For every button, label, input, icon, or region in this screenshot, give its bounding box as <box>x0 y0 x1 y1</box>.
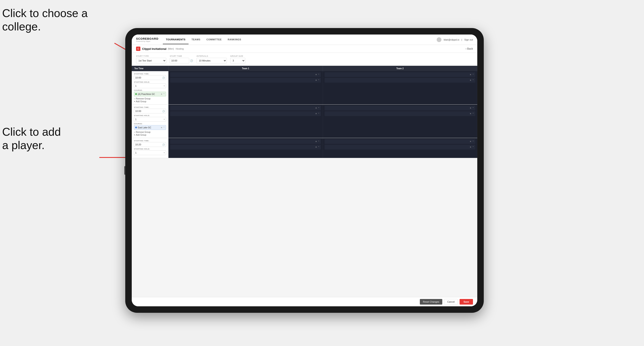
player-slot-chevron[interactable]: ⌃ <box>472 107 474 109</box>
save-button[interactable]: Save <box>460 299 473 305</box>
starting-time-input-1[interactable]: 10:00 🕑 <box>134 75 166 80</box>
sub-header: C Clippd Invitational (Men) Hosting ‹ Ba… <box>132 45 477 53</box>
player-slot-x[interactable]: ✕ <box>315 113 317 115</box>
player-slot-x[interactable]: ✕ <box>470 74 472 76</box>
nav-separator: | <box>462 38 462 41</box>
player-slot-actions: ✕ ⌃ <box>470 107 474 109</box>
table-scroll[interactable]: STARTING TIME: 10:00 🕑 STARTING HOLE: 1 … <box>132 71 477 297</box>
player-slot[interactable]: ✕ ⌃ <box>324 111 475 116</box>
player-slot[interactable]: ✕ ⌃ <box>324 145 475 150</box>
col-team1: Team 1 <box>168 66 323 71</box>
tournament-badge: (Men) <box>168 47 174 50</box>
player-slot[interactable]: ✕ ⌃ <box>324 78 475 83</box>
player-slot-x[interactable]: ✕ <box>315 74 317 76</box>
player-slot[interactable]: ✕ ⌃ <box>170 139 321 144</box>
player-slot-chevron[interactable]: ⌃ <box>318 74 320 76</box>
nav-link-committee[interactable]: COMMITTEE <box>204 35 225 44</box>
course-tag-1[interactable]: (A) Peachtree GC ✕ ⌃ <box>134 92 166 96</box>
add-group-link-2[interactable]: + Add Group <box>134 134 166 136</box>
player-slot[interactable]: ✕ ⌃ <box>170 111 321 116</box>
back-button[interactable]: ‹ Back <box>466 47 473 50</box>
course-remove-2[interactable]: ✕ ⌃ <box>161 126 165 129</box>
start-time-input[interactable] <box>170 58 189 63</box>
player-slot-x[interactable]: ✕ <box>470 113 472 115</box>
sign-out-link[interactable]: Sign out <box>464 38 473 41</box>
course-value-2: East Lake GC <box>138 126 151 129</box>
player-slot-chevron[interactable]: ⌃ <box>318 107 320 109</box>
player-slot-chevron[interactable]: ⌃ <box>472 141 474 143</box>
player-slot-x[interactable]: ✕ <box>470 107 472 109</box>
player-slot-x[interactable]: ✕ <box>315 107 317 109</box>
annotation-add-player: Click to add a player. <box>2 125 61 152</box>
player-slot[interactable]: ✕ ⌃ <box>324 139 475 144</box>
player-slot-chevron[interactable]: ⌃ <box>318 141 320 143</box>
intervals-select[interactable]: 10 Minutes <box>196 58 227 63</box>
sub-header-logo: C <box>136 47 140 51</box>
player-slot-x[interactable]: ✕ <box>315 79 317 81</box>
player-slot-chevron[interactable]: ⌃ <box>472 113 474 115</box>
starting-hole-select-1[interactable]: 1 ▾ <box>134 83 166 88</box>
clock-icon: 🕑 <box>190 59 193 62</box>
group-size-group: Group Size 3 <box>230 55 245 63</box>
starting-hole-select-3[interactable]: 1 ▾ <box>134 150 166 155</box>
player-slot[interactable]: ✕ ⌃ <box>324 72 475 77</box>
player-slot-x[interactable]: ✕ <box>470 146 472 148</box>
player-slot[interactable]: ✕ ⌃ <box>170 72 321 77</box>
start-time-label: Start Time <box>170 55 193 57</box>
course-dot-2 <box>135 127 137 128</box>
intervals-label: Intervals <box>196 55 227 57</box>
player-slot-actions: ✕ ⌃ <box>470 113 474 115</box>
group-size-select[interactable]: 3 <box>230 58 245 63</box>
player-slot-chevron[interactable]: ⌃ <box>472 74 474 76</box>
course-remove-1[interactable]: ✕ ⌃ <box>161 93 165 95</box>
cancel-button[interactable]: Cancel <box>444 299 458 305</box>
player-slot[interactable]: ✕ ⌃ <box>170 78 321 83</box>
remove-group-link-2[interactable]: ○ Remove Group <box>134 131 166 133</box>
player-slot-chevron[interactable]: ⌃ <box>472 79 474 81</box>
player-slot-actions: ✕ ⌃ <box>315 113 320 115</box>
player-slot-chevron[interactable]: ⌃ <box>318 113 320 115</box>
start-type-select[interactable]: 1st Tee Start <box>136 58 166 63</box>
hosting-badge: Hosting <box>176 47 184 50</box>
intervals-group: Intervals 10 Minutes <box>196 55 227 63</box>
nav-link-teams[interactable]: TEAMS <box>188 35 204 44</box>
player-slot-actions: ✕ ⌃ <box>470 74 474 76</box>
group-size-label: Group Size <box>230 55 245 57</box>
player-slot-chevron[interactable]: ⌃ <box>318 146 320 148</box>
tournament-title: Clippd Invitational <box>142 47 166 50</box>
team2-cell-1: ✕ ⌃ ✕ ⌃ <box>323 71 477 104</box>
starting-hole-label-3: STARTING HOLE: <box>134 148 166 150</box>
table-row: STARTING TIME: 10:00 🕑 STARTING HOLE: 1 … <box>132 105 477 138</box>
course-tag-2[interactable]: East Lake GC ✕ ⌃ <box>134 125 166 130</box>
starting-hole-label-2: STARTING HOLE: <box>134 115 166 117</box>
player-slot[interactable]: ✕ ⌃ <box>170 106 321 110</box>
start-time-group: Start Time 🕑 <box>170 55 193 63</box>
nav-link-rankings[interactable]: RANKINGS <box>224 35 244 44</box>
starting-time-input-3[interactable]: 10:20 🕑 <box>134 142 166 147</box>
starting-time-label-1: STARTING TIME: <box>134 73 166 75</box>
clock-icon-2: 🕑 <box>162 110 165 112</box>
player-slot-chevron[interactable]: ⌃ <box>318 79 320 81</box>
player-slot-actions: ✕ ⌃ <box>315 107 320 109</box>
row-1-left: STARTING TIME: 10:00 🕑 STARTING HOLE: 1 … <box>132 71 168 104</box>
player-slot[interactable]: ✕ ⌃ <box>170 145 321 150</box>
player-slot-x[interactable]: ✕ <box>470 141 472 143</box>
course-label-2: COURSE: <box>134 123 166 125</box>
starting-time-input-2[interactable]: 10:00 🕑 <box>134 109 166 114</box>
add-group-link-1[interactable]: + Add Group <box>134 100 166 103</box>
remove-group-link-1[interactable]: ○ Remove Group <box>134 98 166 100</box>
player-slot-actions: ✕ ⌃ <box>470 79 474 81</box>
tablet-screen: SCOREBOARD Powered by clippd TOURNAMENTS… <box>132 34 477 306</box>
starting-hole-select-2[interactable]: 1 ▾ <box>134 117 166 122</box>
player-slot-x[interactable]: ✕ <box>315 141 317 143</box>
nav-logo-sub: Powered by clippd <box>136 40 158 42</box>
player-slot-actions: ✕ ⌃ <box>315 74 320 76</box>
player-slot-chevron[interactable]: ⌃ <box>472 146 474 148</box>
nav-link-tournaments[interactable]: TOURNAMENTS <box>163 35 188 44</box>
player-slot-x[interactable]: ✕ <box>315 146 317 148</box>
player-slot[interactable]: ✕ ⌃ <box>324 106 475 110</box>
team1-cell-1: ✕ ⌃ ✕ ⌃ <box>168 71 323 104</box>
reset-button[interactable]: Reset Changes <box>420 299 442 305</box>
nav-logo: SCOREBOARD Powered by clippd <box>136 37 158 42</box>
player-slot-x[interactable]: ✕ <box>470 79 472 81</box>
